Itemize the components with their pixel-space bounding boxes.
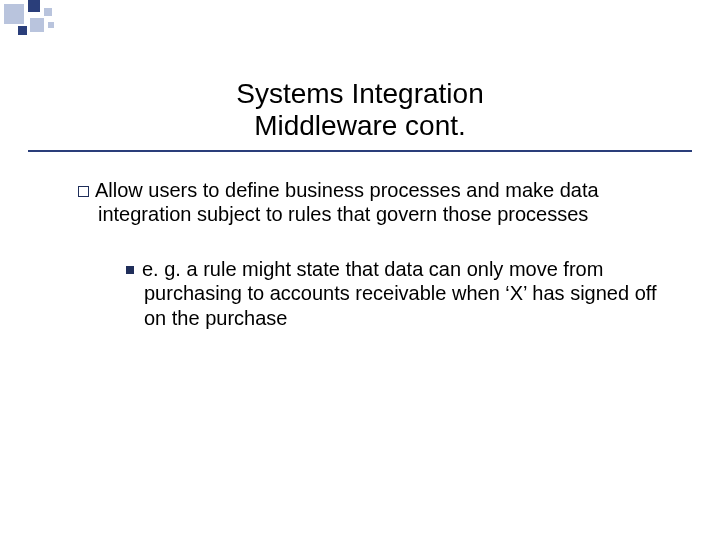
bullet-level2: e. g. a rule might state that data can o… [126, 257, 668, 330]
slide-body: Allow users to define business processes… [78, 178, 668, 330]
title-underline [28, 150, 692, 152]
solid-square-bullet-icon [126, 266, 134, 274]
title-line-2: Middleware cont. [0, 110, 720, 142]
bullet-level1-text: Allow users to define business processes… [95, 179, 599, 225]
slide-title: Systems Integration Middleware cont. [0, 78, 720, 142]
title-line-1: Systems Integration [0, 78, 720, 110]
bullet-level1: Allow users to define business processes… [78, 178, 668, 227]
hollow-square-bullet-icon [78, 186, 89, 197]
bullet-level2-text: e. g. a rule might state that data can o… [142, 258, 657, 329]
corner-decoration [0, 0, 130, 40]
